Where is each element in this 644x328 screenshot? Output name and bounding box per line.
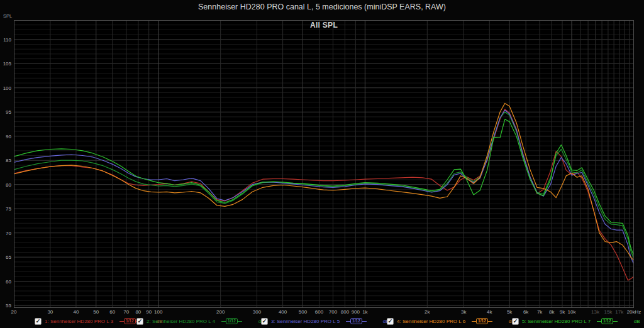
rew-spl-measurement-window: { "title": "Sennheiser HD280 PRO canal L… (0, 0, 644, 328)
smoothing-box: 1/12 (350, 318, 362, 324)
x-tick-label: 7k (537, 309, 542, 315)
legend-checkbox[interactable]: ✓ (261, 318, 268, 325)
smoothing-dash-icon (613, 321, 618, 322)
y-tick-label: 70 (0, 231, 11, 236)
y-tick-label: 85 (0, 158, 11, 163)
y-tick-label: 60 (0, 279, 11, 285)
octave-smoothing-icon: 1/12 (597, 318, 618, 324)
x-tick-label: 50 (93, 309, 99, 315)
legend-label: 5: Sennheiser HD280 PRO L 7 (522, 319, 591, 324)
x-tick-label: 5k (507, 309, 512, 315)
legend-entry-4[interactable]: ✓4: Sennheiser HD280 PRO L 61/12dB (387, 317, 515, 325)
legend-checkbox[interactable]: ✓ (136, 318, 143, 325)
legend-label: 1: Sennheiser HD280 PRO L 3 (45, 319, 113, 324)
x-tick-label: 20 (11, 309, 17, 315)
x-tick-label: 15k (604, 309, 612, 315)
x-tick-label: 200 (216, 309, 225, 315)
x-tick-label: 500 (299, 309, 307, 315)
legend-entry-3[interactable]: ✓3: Sennheiser HD280 PRO L 51/12dB (261, 317, 389, 325)
y-tick-label: 55 (0, 303, 11, 309)
x-tick-label: 90 (146, 309, 152, 315)
smoothing-dash-icon (597, 321, 601, 322)
smoothing-box: 1/12 (226, 318, 238, 324)
x-tick-label: 4k (487, 309, 492, 315)
check-icon: ✓ (388, 318, 393, 324)
y-tick-label: 95 (0, 109, 11, 115)
x-tick-label: 2k (425, 309, 430, 315)
x-tick-label: 30 (47, 309, 53, 315)
check-icon: ✓ (36, 318, 41, 324)
legend-checkbox[interactable]: ✓ (387, 318, 394, 325)
x-tick-label: 60 (109, 309, 115, 315)
y-tick-label: 80 (0, 182, 11, 188)
octave-smoothing-icon: 1/12 (346, 318, 367, 324)
legend-label: 3: Sennheiser HD280 PRO L 5 (271, 319, 340, 324)
x-tick-label: 100 (154, 309, 162, 315)
y-tick-label: 90 (0, 134, 11, 139)
octave-smoothing-icon: 1/12 (472, 318, 492, 324)
trace-4 (14, 103, 634, 260)
plot-area[interactable] (14, 20, 634, 308)
smoothing-dash-icon (238, 321, 242, 322)
check-icon: ✓ (262, 318, 267, 324)
y-tick-label: 75 (0, 206, 11, 212)
octave-smoothing-icon: 1/12 (221, 318, 242, 324)
legend: ✓1: Sennheiser HD280 PRO L 31/12dB✓2: Se… (0, 317, 644, 327)
legend-label: 4: Sennheiser HD280 PRO L 6 (397, 319, 465, 324)
smoothing-box: 1/12 (476, 318, 488, 324)
smoothing-dash-icon (221, 321, 226, 322)
x-tick-label: 400 (279, 309, 287, 315)
legend-checkbox[interactable]: ✓ (512, 318, 519, 325)
x-tick-label: 17k (615, 309, 623, 315)
plot-canvas (14, 20, 634, 308)
x-tick-label: 70 (123, 309, 129, 315)
legend-entry-2[interactable]: ✓2: Sennheiser HD280 PRO L 41/12dB (136, 317, 265, 325)
check-icon: ✓ (138, 318, 143, 324)
x-tick-label: 1k (362, 309, 367, 315)
x-tick-label: 80 (135, 309, 141, 315)
smoothing-dash-icon (346, 321, 350, 322)
x-tick-label: 10k (568, 309, 576, 315)
x-tick-label: 9k (560, 309, 565, 315)
x-tick-label: 700 (329, 309, 337, 315)
x-tick-label: 20kHz (627, 309, 641, 315)
y-tick-label: 110 (0, 37, 11, 43)
legend-label: 2: Sennheiser HD280 PRO L 4 (147, 319, 215, 324)
smoothing-dash-icon (362, 321, 367, 322)
trace-3 (14, 110, 634, 265)
legend-entry-5[interactable]: ✓5: Sennheiser HD280 PRO L 71/12dB (512, 317, 640, 325)
x-tick-label: 13k (591, 309, 599, 315)
chart-title: Sennheiser HD280 PRO canal L, 5 medicion… (0, 3, 644, 11)
y-tick-label: 105 (0, 61, 11, 67)
smoothing-dash-icon (119, 321, 124, 322)
x-tick-label: 6k (523, 309, 528, 315)
y-axis-title: SPL (3, 13, 12, 19)
x-tick-label: 40 (73, 309, 79, 315)
smoothing-dash-icon (472, 321, 476, 322)
x-tick-label: 800 (341, 309, 349, 315)
check-icon: ✓ (513, 318, 518, 324)
smoothing-box: 1/12 (601, 318, 613, 324)
smoothing-dash-icon (488, 321, 492, 322)
legend-checkbox[interactable]: ✓ (35, 318, 42, 325)
x-tick-label: 8k (549, 309, 554, 315)
y-tick-label: 65 (0, 254, 11, 260)
y-tick-label: 100 (0, 85, 11, 91)
legend-unit: dB (634, 319, 640, 324)
x-tick-label: 600 (315, 309, 323, 315)
x-tick-label: 900 (352, 309, 360, 315)
smoothing-box: 1/12 (124, 318, 136, 324)
x-tick-label: 300 (253, 309, 261, 315)
x-tick-label: 3k (461, 309, 466, 315)
